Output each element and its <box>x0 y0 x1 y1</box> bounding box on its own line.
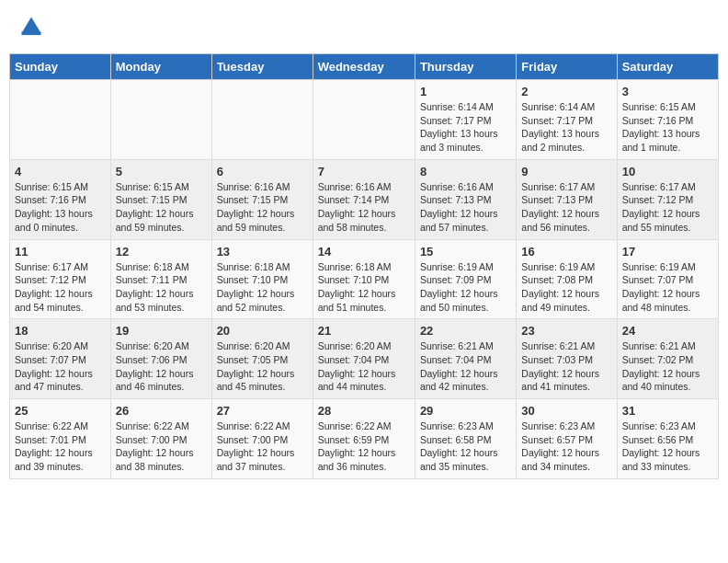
day-cell: 10Sunrise: 6:17 AM Sunset: 7:12 PM Dayli… <box>617 159 718 239</box>
day-cell: 13Sunrise: 6:18 AM Sunset: 7:10 PM Dayli… <box>211 239 313 319</box>
day-number: 11 <box>15 245 106 259</box>
day-cell <box>211 80 313 160</box>
col-header-thursday: Thursday <box>415 54 516 80</box>
day-cell: 3Sunrise: 6:15 AM Sunset: 7:16 PM Daylig… <box>617 80 718 160</box>
day-number: 20 <box>217 324 308 338</box>
day-info: Sunrise: 6:21 AM Sunset: 7:02 PM Dayligh… <box>622 339 713 394</box>
day-cell: 11Sunrise: 6:17 AM Sunset: 7:12 PM Dayli… <box>10 239 111 319</box>
day-cell: 26Sunrise: 6:22 AM Sunset: 7:00 PM Dayli… <box>110 399 211 479</box>
col-header-sunday: Sunday <box>10 54 111 80</box>
day-info: Sunrise: 6:22 AM Sunset: 6:59 PM Dayligh… <box>318 419 410 474</box>
day-cell: 2Sunrise: 6:14 AM Sunset: 7:17 PM Daylig… <box>517 80 617 160</box>
svg-marker-0 <box>22 17 41 34</box>
day-cell: 24Sunrise: 6:21 AM Sunset: 7:02 PM Dayli… <box>617 319 718 399</box>
day-info: Sunrise: 6:14 AM Sunset: 7:17 PM Dayligh… <box>420 100 511 155</box>
day-cell <box>110 80 211 160</box>
day-number: 22 <box>420 324 511 338</box>
day-number: 7 <box>318 165 410 178</box>
day-number: 17 <box>622 245 713 259</box>
day-cell: 15Sunrise: 6:19 AM Sunset: 7:09 PM Dayli… <box>415 239 516 319</box>
day-number: 25 <box>15 404 106 418</box>
day-cell: 9Sunrise: 6:17 AM Sunset: 7:13 PM Daylig… <box>517 159 617 239</box>
day-info: Sunrise: 6:16 AM Sunset: 7:15 PM Dayligh… <box>217 180 308 235</box>
svg-rect-1 <box>22 32 41 36</box>
day-cell: 30Sunrise: 6:23 AM Sunset: 6:57 PM Dayli… <box>517 399 617 479</box>
week-row-4: 18Sunrise: 6:20 AM Sunset: 7:07 PM Dayli… <box>10 319 719 399</box>
day-number: 21 <box>318 324 410 338</box>
day-number: 10 <box>622 165 713 178</box>
day-cell: 23Sunrise: 6:21 AM Sunset: 7:03 PM Dayli… <box>517 319 617 399</box>
day-number: 1 <box>420 85 511 98</box>
day-cell: 7Sunrise: 6:16 AM Sunset: 7:14 PM Daylig… <box>313 159 415 239</box>
logo <box>18 14 48 40</box>
day-number: 15 <box>420 245 511 259</box>
day-number: 19 <box>116 324 207 338</box>
page-header <box>9 9 719 44</box>
day-cell: 6Sunrise: 6:16 AM Sunset: 7:15 PM Daylig… <box>211 159 313 239</box>
day-number: 23 <box>521 324 611 338</box>
day-number: 2 <box>521 85 611 98</box>
day-number: 30 <box>521 404 611 418</box>
day-number: 14 <box>318 245 410 259</box>
day-number: 9 <box>521 165 611 178</box>
day-info: Sunrise: 6:19 AM Sunset: 7:08 PM Dayligh… <box>521 260 611 315</box>
day-cell: 4Sunrise: 6:15 AM Sunset: 7:16 PM Daylig… <box>10 159 111 239</box>
day-cell <box>10 80 111 160</box>
day-info: Sunrise: 6:16 AM Sunset: 7:14 PM Dayligh… <box>318 180 410 235</box>
week-row-1: 1Sunrise: 6:14 AM Sunset: 7:17 PM Daylig… <box>10 80 719 160</box>
logo-icon <box>18 14 44 40</box>
day-number: 16 <box>521 245 611 259</box>
day-info: Sunrise: 6:17 AM Sunset: 7:12 PM Dayligh… <box>622 180 713 235</box>
day-cell: 8Sunrise: 6:16 AM Sunset: 7:13 PM Daylig… <box>415 159 516 239</box>
day-info: Sunrise: 6:19 AM Sunset: 7:09 PM Dayligh… <box>420 260 511 315</box>
day-info: Sunrise: 6:23 AM Sunset: 6:58 PM Dayligh… <box>420 419 511 474</box>
day-cell: 29Sunrise: 6:23 AM Sunset: 6:58 PM Dayli… <box>415 399 516 479</box>
day-number: 27 <box>217 404 308 418</box>
day-cell: 27Sunrise: 6:22 AM Sunset: 7:00 PM Dayli… <box>211 399 313 479</box>
day-cell: 28Sunrise: 6:22 AM Sunset: 6:59 PM Dayli… <box>313 399 415 479</box>
day-number: 26 <box>116 404 207 418</box>
day-number: 13 <box>217 245 308 259</box>
day-number: 4 <box>15 165 106 178</box>
day-cell: 12Sunrise: 6:18 AM Sunset: 7:11 PM Dayli… <box>110 239 211 319</box>
day-info: Sunrise: 6:18 AM Sunset: 7:11 PM Dayligh… <box>116 260 207 315</box>
day-info: Sunrise: 6:23 AM Sunset: 6:57 PM Dayligh… <box>521 419 611 474</box>
col-header-friday: Friday <box>517 54 617 80</box>
day-info: Sunrise: 6:15 AM Sunset: 7:15 PM Dayligh… <box>116 180 207 235</box>
day-cell: 22Sunrise: 6:21 AM Sunset: 7:04 PM Dayli… <box>415 319 516 399</box>
day-cell: 18Sunrise: 6:20 AM Sunset: 7:07 PM Dayli… <box>10 319 111 399</box>
day-info: Sunrise: 6:22 AM Sunset: 7:01 PM Dayligh… <box>15 419 106 474</box>
day-cell: 1Sunrise: 6:14 AM Sunset: 7:17 PM Daylig… <box>415 80 516 160</box>
col-header-monday: Monday <box>110 54 211 80</box>
week-row-3: 11Sunrise: 6:17 AM Sunset: 7:12 PM Dayli… <box>10 239 719 319</box>
day-cell: 19Sunrise: 6:20 AM Sunset: 7:06 PM Dayli… <box>110 319 211 399</box>
day-cell: 25Sunrise: 6:22 AM Sunset: 7:01 PM Dayli… <box>10 399 111 479</box>
day-info: Sunrise: 6:21 AM Sunset: 7:03 PM Dayligh… <box>521 339 611 394</box>
day-cell <box>313 80 415 160</box>
day-info: Sunrise: 6:17 AM Sunset: 7:12 PM Dayligh… <box>15 260 106 315</box>
day-info: Sunrise: 6:17 AM Sunset: 7:13 PM Dayligh… <box>521 180 611 235</box>
day-number: 3 <box>622 85 713 98</box>
day-info: Sunrise: 6:23 AM Sunset: 6:56 PM Dayligh… <box>622 419 713 474</box>
day-number: 12 <box>116 245 207 259</box>
day-cell: 21Sunrise: 6:20 AM Sunset: 7:04 PM Dayli… <box>313 319 415 399</box>
day-cell: 17Sunrise: 6:19 AM Sunset: 7:07 PM Dayli… <box>617 239 718 319</box>
day-number: 6 <box>217 165 308 178</box>
col-header-saturday: Saturday <box>617 54 718 80</box>
header-row: SundayMondayTuesdayWednesdayThursdayFrid… <box>10 54 719 80</box>
col-header-wednesday: Wednesday <box>313 54 415 80</box>
week-row-2: 4Sunrise: 6:15 AM Sunset: 7:16 PM Daylig… <box>10 159 719 239</box>
day-cell: 20Sunrise: 6:20 AM Sunset: 7:05 PM Dayli… <box>211 319 313 399</box>
day-cell: 16Sunrise: 6:19 AM Sunset: 7:08 PM Dayli… <box>517 239 617 319</box>
day-info: Sunrise: 6:15 AM Sunset: 7:16 PM Dayligh… <box>622 100 713 155</box>
day-number: 29 <box>420 404 511 418</box>
day-number: 8 <box>420 165 511 178</box>
day-info: Sunrise: 6:18 AM Sunset: 7:10 PM Dayligh… <box>318 260 410 315</box>
day-info: Sunrise: 6:21 AM Sunset: 7:04 PM Dayligh… <box>420 339 511 394</box>
day-number: 31 <box>622 404 713 418</box>
day-number: 5 <box>116 165 207 178</box>
day-number: 28 <box>318 404 410 418</box>
day-info: Sunrise: 6:22 AM Sunset: 7:00 PM Dayligh… <box>217 419 308 474</box>
day-info: Sunrise: 6:20 AM Sunset: 7:05 PM Dayligh… <box>217 339 308 394</box>
col-header-tuesday: Tuesday <box>211 54 313 80</box>
